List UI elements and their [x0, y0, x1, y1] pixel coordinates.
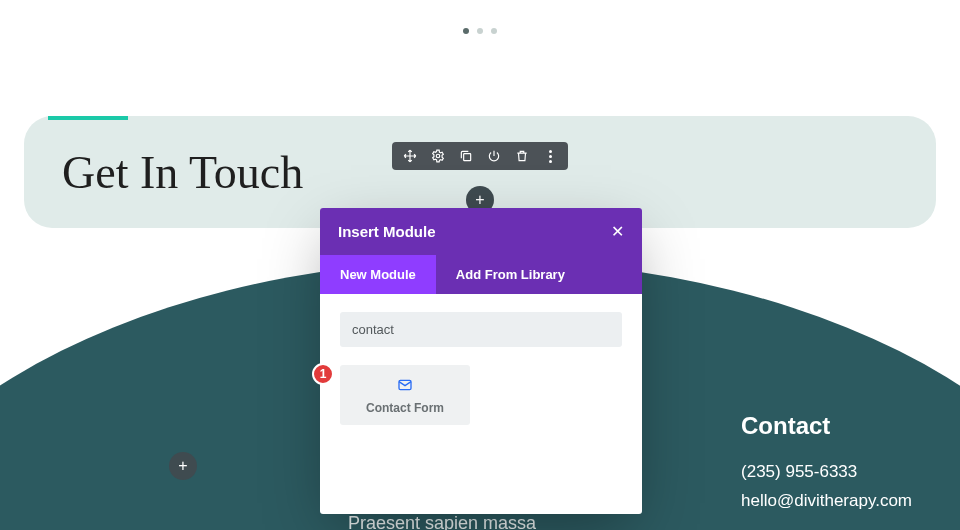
tab-new-module[interactable]: New Module: [320, 255, 436, 294]
modal-body: Contact Form: [320, 294, 642, 514]
more-icon[interactable]: [542, 148, 558, 164]
power-icon[interactable]: [486, 148, 502, 164]
gear-icon[interactable]: [430, 148, 446, 164]
insert-module-modal: Insert Module ✕ New Module Add From Libr…: [320, 208, 642, 514]
pager-dot[interactable]: [463, 28, 469, 34]
modal-header: Insert Module ✕: [320, 208, 642, 255]
hero-accent-bar: [48, 116, 128, 120]
contact-heading: Contact: [741, 412, 912, 440]
trash-icon[interactable]: [514, 148, 530, 164]
contact-phone: (235) 955-6333: [741, 458, 912, 487]
tab-add-from-library[interactable]: Add From Library: [436, 255, 585, 294]
contact-block: Contact (235) 955-6333 hello@divitherapy…: [741, 412, 912, 516]
contact-email: hello@divitherapy.com: [741, 487, 912, 516]
hero-title: Get In Touch: [62, 146, 303, 199]
modal-tabs: New Module Add From Library: [320, 255, 642, 294]
mail-icon: [346, 377, 464, 397]
pager-dots[interactable]: [463, 28, 497, 34]
duplicate-icon[interactable]: [458, 148, 474, 164]
pager-dot[interactable]: [491, 28, 497, 34]
svg-point-0: [436, 154, 440, 158]
move-icon[interactable]: [402, 148, 418, 164]
close-icon[interactable]: ✕: [611, 222, 624, 241]
modal-title: Insert Module: [338, 223, 436, 240]
module-search-input[interactable]: [340, 312, 622, 347]
pager-dot[interactable]: [477, 28, 483, 34]
add-section-button[interactable]: +: [169, 452, 197, 480]
svg-rect-1: [464, 154, 471, 161]
module-item-label: Contact Form: [346, 401, 464, 415]
step-badge: 1: [312, 363, 334, 385]
lorem-text: Praesent sapien massa: [348, 513, 536, 530]
module-item-contact-form[interactable]: Contact Form: [340, 365, 470, 425]
module-toolbar[interactable]: [392, 142, 568, 170]
